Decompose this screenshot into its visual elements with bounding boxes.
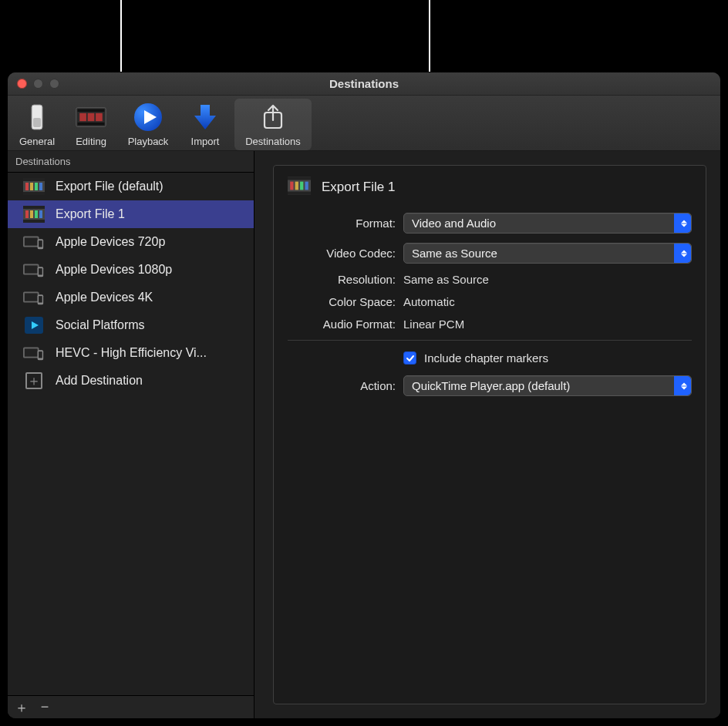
destination-item-apple-devices-4k[interactable]: Apple Devices 4K (8, 284, 254, 311)
svg-rect-4 (78, 123, 105, 125)
svg-rect-16 (35, 183, 38, 190)
audio-format-label: Audio Format: (288, 318, 403, 331)
destination-label: HEVC - High Efficiency Vi... (56, 346, 207, 360)
toolbar-tab-label: Editing (76, 136, 106, 147)
svg-rect-49 (305, 182, 308, 190)
format-value: Video and Audio (412, 217, 496, 230)
details-title: Export File 1 (322, 180, 395, 195)
svg-rect-23 (35, 210, 38, 218)
svg-rect-24 (39, 210, 42, 218)
toolbar-tab-playback[interactable]: Playback (120, 99, 176, 150)
svg-rect-22 (30, 210, 33, 218)
toolbar-tab-label: Playback (128, 136, 169, 147)
svg-rect-32 (39, 268, 42, 274)
action-value: QuickTime Player.app (default) (412, 379, 570, 392)
chevron-updown-icon (681, 220, 687, 227)
arrow-down-icon (190, 102, 221, 133)
sidebar-header: Destinations (8, 151, 254, 173)
svg-rect-12 (23, 178, 45, 181)
destinations-list: Export File (default) Export File 1 Appl… (8, 173, 254, 695)
svg-rect-30 (25, 265, 38, 273)
devices-icon (23, 234, 45, 250)
devices-icon (23, 345, 45, 361)
svg-rect-36 (39, 296, 42, 302)
preferences-window: Destinations General (8, 72, 720, 718)
svg-rect-15 (30, 183, 33, 190)
audio-format-value: Linear PCM (403, 318, 692, 331)
svg-rect-26 (25, 237, 38, 245)
destination-label: Export File (default) (56, 180, 163, 193)
svg-rect-47 (295, 182, 298, 190)
svg-rect-40 (25, 348, 38, 356)
svg-rect-5 (79, 113, 86, 121)
devices-icon (23, 261, 45, 278)
destination-item-hevc[interactable]: HEVC - High Efficiency Vi... (8, 339, 254, 367)
video-codec-value: Same as Source (412, 247, 497, 260)
destination-label: Social Platforms (56, 318, 145, 332)
format-label: Format: (288, 217, 403, 230)
social-icon (23, 317, 45, 334)
destination-item-apple-devices-720p[interactable]: Apple Devices 720p (8, 228, 254, 256)
destination-label: Export File 1 (56, 207, 125, 221)
destination-item-social-platforms[interactable]: Social Platforms (8, 311, 254, 339)
svg-rect-45 (288, 192, 311, 195)
details-header: Export File 1 (288, 176, 692, 197)
svg-rect-7 (96, 113, 103, 121)
devices-icon (23, 289, 45, 306)
titlebar: Destinations (8, 72, 720, 96)
window-title: Destinations (8, 77, 720, 90)
film-icon (23, 206, 45, 223)
toolbar-tab-editing[interactable]: Editing (63, 99, 119, 150)
destination-item-apple-devices-1080p[interactable]: Apple Devices 1080p (8, 256, 254, 284)
add-destination-button[interactable]: ＋ (15, 701, 28, 714)
svg-rect-19 (23, 206, 45, 209)
destination-item-add-destination[interactable]: ＋ Add Destination (8, 367, 254, 395)
include-chapter-markers-checkbox[interactable] (403, 351, 416, 365)
toolbar-tab-import[interactable]: Import (177, 99, 233, 150)
svg-rect-6 (88, 113, 95, 121)
svg-rect-14 (25, 183, 29, 190)
svg-rect-34 (25, 293, 38, 301)
video-codec-label: Video Codec: (288, 247, 403, 260)
svg-rect-20 (23, 220, 45, 223)
svg-rect-21 (25, 210, 29, 218)
format-select[interactable]: Video and Audio (403, 213, 692, 234)
svg-rect-17 (39, 183, 42, 190)
toolbar-tab-general[interactable]: General (12, 99, 62, 150)
film-icon (23, 178, 45, 195)
svg-rect-44 (288, 176, 311, 180)
include-chapter-markers-label: Include chapter markers (424, 351, 548, 365)
remove-destination-button[interactable]: − (39, 701, 51, 714)
content-area: Destinations Export File (default) Expor… (8, 151, 720, 718)
chevron-updown-icon (681, 382, 687, 389)
chevron-updown-icon (681, 250, 687, 257)
toolbar-tab-label: Destinations (245, 136, 301, 147)
video-codec-select[interactable]: Same as Source (403, 243, 692, 264)
color-space-label: Color Space: (288, 295, 403, 308)
destination-label: Apple Devices 720p (56, 235, 165, 249)
toolbar-tab-label: Import (191, 136, 220, 147)
svg-rect-1 (33, 118, 41, 127)
action-select[interactable]: QuickTime Player.app (default) (403, 375, 692, 396)
destination-label: Apple Devices 1080p (56, 263, 172, 277)
svg-rect-46 (290, 182, 293, 190)
action-label: Action: (288, 379, 403, 392)
resolution-label: Resolution: (288, 273, 403, 286)
destination-details-panel: Export File 1 Format: Video and Audio Vi… (273, 165, 706, 704)
divider (288, 340, 692, 341)
destination-item-export-file-default[interactable]: Export File (default) (8, 173, 254, 200)
share-icon (258, 102, 288, 133)
sidebar-footer: ＋ − (8, 695, 254, 718)
svg-rect-28 (39, 240, 42, 247)
svg-rect-42 (39, 351, 42, 358)
svg-rect-13 (23, 192, 45, 195)
toolbar-tab-destinations[interactable]: Destinations (234, 99, 312, 150)
destinations-sidebar: Destinations Export File (default) Expor… (8, 151, 254, 718)
add-destination-icon: ＋ (23, 372, 45, 389)
destination-item-export-file-1[interactable]: Export File 1 (8, 200, 254, 228)
filmstrip-icon (76, 102, 106, 133)
resolution-value: Same as Source (403, 273, 692, 286)
preferences-toolbar: General Editing (8, 96, 720, 151)
svg-rect-3 (78, 109, 105, 112)
play-circle-icon (133, 102, 163, 133)
